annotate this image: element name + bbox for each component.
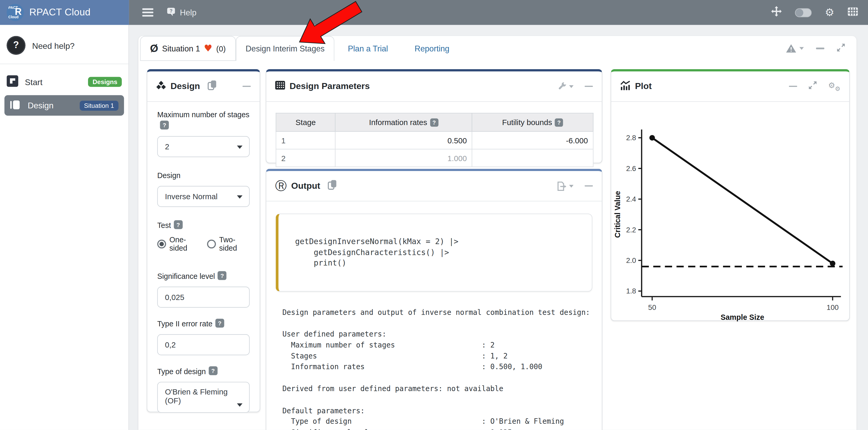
content-columns: Design Maximum number of stages 2 bbox=[138, 69, 857, 430]
expand-icon[interactable] bbox=[836, 43, 845, 54]
tab-situation-label: Situation 1 bbox=[162, 44, 200, 53]
design-select[interactable]: Inverse Normal bbox=[157, 186, 250, 207]
grid-icon[interactable] bbox=[848, 7, 858, 18]
plot-panel: Plot ⚙⚙ 1.82.02.2 bbox=[611, 69, 850, 321]
svg-text:1.8: 1.8 bbox=[626, 287, 636, 295]
columns-icon bbox=[10, 100, 21, 111]
plot-settings-icon[interactable]: ⚙⚙ bbox=[828, 81, 841, 91]
warnings-dropdown[interactable] bbox=[785, 43, 804, 53]
rpact-logo-icon: PACT R Cloud bbox=[6, 4, 24, 21]
help-label: Help bbox=[180, 8, 196, 17]
output-header: Output bbox=[266, 171, 601, 202]
plot-title: Plot bbox=[635, 81, 652, 91]
chevron-down-icon bbox=[799, 47, 804, 50]
type2-error-label: Type II error rate bbox=[157, 319, 250, 330]
cubes-icon bbox=[156, 81, 166, 92]
test-radio-group: One-sided Two-sided bbox=[157, 236, 250, 253]
significance-input[interactable] bbox=[157, 287, 250, 308]
r-logo-icon bbox=[275, 180, 287, 192]
r-code: getDesignInverseNormal(kMax = 2) |> getD… bbox=[295, 236, 586, 269]
design-parameters-title: Design Parameters bbox=[289, 81, 370, 91]
menu-toggle-icon[interactable] bbox=[142, 8, 153, 17]
help-badge-icon[interactable] bbox=[215, 319, 224, 328]
radio-two-sided[interactable]: Two-sided bbox=[207, 236, 249, 253]
copy-icon[interactable] bbox=[328, 180, 337, 192]
max-stages-select[interactable]: 2 bbox=[157, 136, 250, 157]
move-icon[interactable] bbox=[771, 6, 781, 19]
type-of-design-label: Type of design bbox=[157, 366, 250, 377]
output-title: Output bbox=[291, 181, 320, 191]
collapse-panel-icon[interactable] bbox=[816, 48, 825, 49]
expand-plot-icon[interactable] bbox=[808, 81, 817, 92]
stage-2-cell: 2 bbox=[276, 149, 335, 167]
tab-plan-a-trial[interactable]: Plan a Trial bbox=[335, 36, 401, 61]
design-select-label: Design bbox=[157, 170, 250, 181]
help-badge-icon[interactable] bbox=[160, 121, 169, 130]
tab-situation-1[interactable]: Situation 1 (0) bbox=[140, 36, 236, 61]
futility-2-cell[interactable] bbox=[472, 149, 593, 167]
help-menu-item[interactable]: ? Help bbox=[165, 7, 196, 18]
help-badge-icon[interactable] bbox=[209, 366, 218, 375]
svg-text:2.2: 2.2 bbox=[626, 226, 636, 234]
r-output-text: Design parameters and output of inverse … bbox=[282, 307, 596, 430]
help-badge-icon[interactable] bbox=[430, 119, 438, 127]
help-chat-icon: ? bbox=[165, 7, 176, 18]
sidebar: Need help? Start Designs Design Situatio… bbox=[0, 25, 129, 430]
type2-error-input[interactable] bbox=[157, 334, 250, 355]
top-nav: ? Help ⚙ bbox=[129, 0, 868, 25]
collapse-output-icon[interactable] bbox=[585, 185, 593, 187]
tab-reporting[interactable]: Reporting bbox=[401, 36, 463, 61]
help-badge-icon[interactable] bbox=[555, 119, 563, 127]
help-badge-icon[interactable] bbox=[218, 271, 227, 280]
designs-badge: Designs bbox=[88, 77, 122, 87]
svg-text:50: 50 bbox=[648, 303, 656, 311]
info-rate-1-cell[interactable]: 0.500 bbox=[335, 131, 472, 149]
help-badge-icon[interactable] bbox=[174, 220, 183, 229]
collapse-parameters-icon[interactable] bbox=[585, 86, 593, 87]
tab-reporting-label: Reporting bbox=[414, 44, 449, 53]
tab-design-interim-stages[interactable]: Design Interim Stages bbox=[236, 36, 335, 61]
heart-icon[interactable] bbox=[204, 43, 212, 53]
tools-dropdown[interactable] bbox=[557, 82, 574, 91]
collapse-plot-icon[interactable] bbox=[789, 86, 797, 87]
top-bar: PACT R Cloud RPACT Cloud ? Help bbox=[0, 0, 868, 25]
design-panel-title: Design bbox=[170, 81, 200, 91]
collapse-design-icon[interactable] bbox=[242, 86, 251, 87]
situation-badge: Situation 1 bbox=[80, 101, 118, 110]
wrench-icon bbox=[557, 82, 566, 91]
logo-text-bottom: Cloud bbox=[8, 15, 19, 19]
radio-unselected-icon bbox=[207, 240, 216, 249]
design-parameters-header: Design Parameters bbox=[266, 71, 601, 102]
design-panel-header: Design bbox=[147, 71, 260, 102]
export-dropdown[interactable] bbox=[557, 181, 574, 191]
sidebar-brand[interactable]: PACT R Cloud RPACT Cloud bbox=[0, 0, 129, 25]
design-parameters-table: Stage Information rates Futility bounds … bbox=[276, 113, 593, 167]
svg-text:Sample Size: Sample Size bbox=[721, 313, 764, 321]
radio-selected-icon bbox=[157, 240, 166, 249]
r-code-block: getDesignInverseNormal(kMax = 2) |> getD… bbox=[276, 213, 592, 291]
sidebar-item-start[interactable]: Start Designs bbox=[0, 71, 128, 93]
col-information-rates: Information rates bbox=[335, 113, 472, 131]
copy-icon[interactable] bbox=[208, 80, 217, 92]
need-help-item[interactable]: Need help? bbox=[0, 33, 128, 58]
radio-one-sided[interactable]: One-sided bbox=[157, 236, 200, 253]
type-of-design-select[interactable]: O'Brien & Fleming (OF) bbox=[157, 382, 250, 413]
table-header-row: Stage Information rates Futility bounds bbox=[276, 113, 593, 131]
gear-icon[interactable]: ⚙ bbox=[825, 7, 834, 18]
significance-label: Significance level bbox=[157, 271, 250, 282]
futility-1-cell[interactable]: -6.000 bbox=[472, 131, 593, 149]
sidebar-item-design[interactable]: Design Situation 1 bbox=[4, 95, 124, 115]
caret-down-icon bbox=[237, 403, 242, 407]
chevron-down-icon bbox=[569, 85, 574, 88]
stage-1-cell: 1 bbox=[276, 131, 335, 149]
favorites-count: (0) bbox=[216, 44, 226, 53]
main-area: Situation 1 (0) Design Interim Stages Pl… bbox=[129, 25, 868, 430]
dark-mode-toggle[interactable] bbox=[795, 8, 812, 17]
design-form: Maximum number of stages 2 Design Invers… bbox=[147, 102, 260, 413]
chart-icon bbox=[620, 80, 630, 92]
chevron-down-icon bbox=[569, 185, 574, 188]
col-stage: Stage bbox=[276, 113, 335, 131]
need-help-label: Need help? bbox=[32, 41, 75, 50]
info-rate-2-cell[interactable]: 1.000 bbox=[335, 149, 472, 167]
brand-title: RPACT Cloud bbox=[29, 6, 90, 18]
